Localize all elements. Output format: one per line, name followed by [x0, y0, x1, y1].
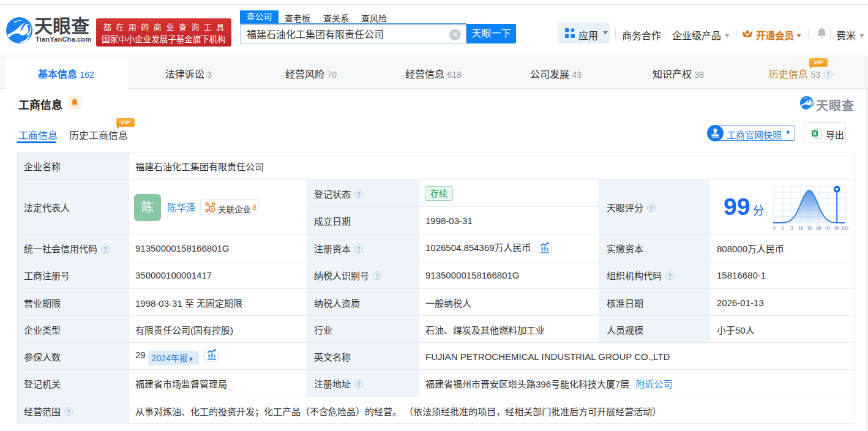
svg-text:0: 0 [773, 226, 776, 230]
svg-text:85: 85 [817, 226, 821, 230]
svg-text:99: 99 [834, 226, 839, 230]
svg-text:100: 100 [841, 226, 848, 230]
svg-text:3: 3 [791, 226, 793, 230]
svg-text:15: 15 [798, 226, 803, 230]
svg-text:企: 企 [210, 207, 214, 211]
svg-text:1: 1 [782, 226, 784, 230]
svg-text:97: 97 [826, 226, 831, 230]
svg-text:50: 50 [807, 226, 812, 230]
